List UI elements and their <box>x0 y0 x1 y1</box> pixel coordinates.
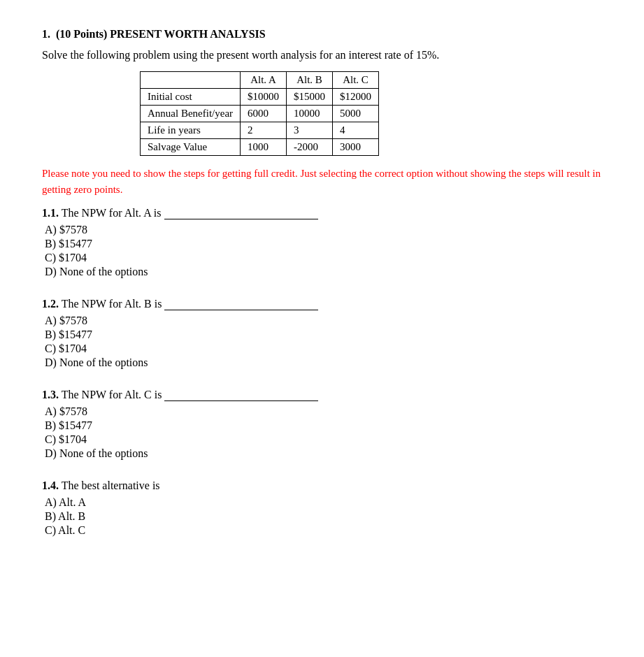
row-label-annual-benefit: Annual Benefit/year <box>141 106 241 122</box>
option-1-1-b: B) $15477 <box>45 238 602 250</box>
cell-alt-a-initial: $10000 <box>241 89 287 106</box>
option-1-2-c: C) $1704 <box>45 342 602 355</box>
col-header-alt-b: Alt. B <box>287 72 333 89</box>
col-header-alt-c: Alt. C <box>333 72 379 89</box>
col-header-alt-a: Alt. A <box>241 72 287 89</box>
sub-id-1-4: 1.4. <box>42 479 59 491</box>
cell-alt-b-salvage: -2000 <box>287 139 333 156</box>
answer-blank-1-1 <box>164 219 318 219</box>
sub-question-1-2: 1.2. The NPW for Alt. B is A) $7578 B) $… <box>42 298 602 369</box>
sub-question-1-3-title: 1.3. The NPW for Alt. C is <box>42 389 602 401</box>
table-row: Salvage Value 1000 -2000 3000 <box>141 139 379 156</box>
sub-text-1-4: The best alternative is <box>62 479 160 491</box>
cell-alt-b-life: 3 <box>287 122 333 139</box>
sub-question-1-1-title: 1.1. The NPW for Alt. A is <box>42 207 602 219</box>
cell-alt-a-salvage: 1000 <box>241 139 287 156</box>
question-header: 1. (10 Points) PRESENT WORTH ANALYSIS <box>42 28 602 41</box>
row-label-life: Life in years <box>141 122 241 139</box>
question-title: PRESENT WORTH ANALYSIS <box>110 28 265 40</box>
cell-alt-c-salvage: 3000 <box>333 139 379 156</box>
cell-alt-a-life: 2 <box>241 122 287 139</box>
option-1-1-c: C) $1704 <box>45 252 602 264</box>
sub-id-1-3: 1.3. <box>42 389 59 400</box>
option-1-4-b: B) Alt. B <box>45 510 602 523</box>
sub-question-1-4: 1.4. The best alternative is A) Alt. A B… <box>42 479 602 537</box>
cell-alt-c-life: 4 <box>333 122 379 139</box>
sub-id-1-1: 1.1. <box>42 207 59 219</box>
question-points: (10 Points) <box>56 28 107 40</box>
row-label-salvage: Salvage Value <box>141 139 241 156</box>
sub-question-1-1: 1.1. The NPW for Alt. A is A) $7578 B) $… <box>42 207 602 278</box>
table-row: Annual Benefit/year 6000 10000 5000 <box>141 106 379 122</box>
sub-question-1-4-title: 1.4. The best alternative is <box>42 479 602 492</box>
cell-alt-c-benefit: 5000 <box>333 106 379 122</box>
option-1-2-d: D) None of the options <box>45 356 602 369</box>
question-number: 1. <box>42 28 50 40</box>
option-1-2-a: A) $7578 <box>45 315 602 327</box>
option-1-2-b: B) $15477 <box>45 328 602 341</box>
option-1-4-c: C) Alt. C <box>45 524 602 537</box>
sub-question-1-3: 1.3. The NPW for Alt. C is A) $7578 B) $… <box>42 389 602 460</box>
option-1-1-a: A) $7578 <box>45 224 602 236</box>
cell-alt-c-initial: $12000 <box>333 89 379 106</box>
option-1-3-d: D) None of the options <box>45 447 602 460</box>
intro-text: Solve the following problem using the pr… <box>42 49 602 62</box>
table-header-row: Alt. A Alt. B Alt. C <box>141 72 379 89</box>
warning-text: Please note you need to show the steps f… <box>42 166 602 197</box>
cell-alt-a-benefit: 6000 <box>241 106 287 122</box>
sub-text-1-1: The NPW for Alt. A is <box>62 207 162 219</box>
sub-text-1-2: The NPW for Alt. B is <box>62 298 162 310</box>
cell-alt-b-benefit: 10000 <box>287 106 333 122</box>
cell-alt-b-initial: $15000 <box>287 89 333 106</box>
sub-question-1-2-title: 1.2. The NPW for Alt. B is <box>42 298 602 310</box>
data-table: Alt. A Alt. B Alt. C Initial cost $10000… <box>140 71 379 156</box>
option-1-4-a: A) Alt. A <box>45 496 602 509</box>
option-1-3-a: A) $7578 <box>45 405 602 418</box>
answer-blank-1-3 <box>164 400 318 401</box>
sub-text-1-3: The NPW for Alt. C is <box>62 389 162 400</box>
table-row: Life in years 2 3 4 <box>141 122 379 139</box>
sub-id-1-2: 1.2. <box>42 298 59 310</box>
option-1-3-b: B) $15477 <box>45 419 602 432</box>
row-label-initial-cost: Initial cost <box>141 89 241 106</box>
col-header-empty <box>141 72 241 89</box>
table-row: Initial cost $10000 $15000 $12000 <box>141 89 379 106</box>
option-1-3-c: C) $1704 <box>45 433 602 446</box>
answer-blank-1-2 <box>164 310 318 310</box>
option-1-1-d: D) None of the options <box>45 266 602 278</box>
